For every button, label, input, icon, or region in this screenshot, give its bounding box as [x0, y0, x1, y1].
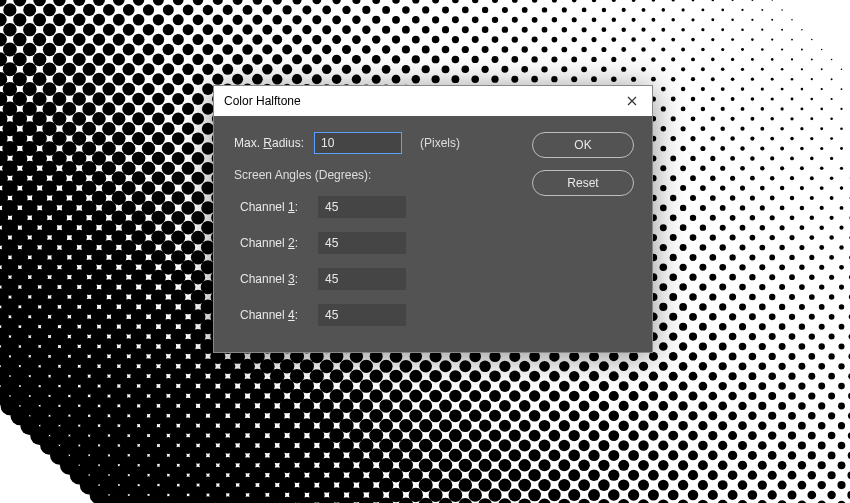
svg-point-2177 — [770, 196, 775, 201]
svg-point-2275 — [671, 18, 675, 22]
dialog-titlebar[interactable]: Color Halftone — [214, 86, 652, 116]
svg-point-894 — [509, 449, 521, 461]
svg-point-1007 — [578, 479, 590, 491]
svg-point-2134 — [661, 106, 666, 111]
channel-3-input[interactable] — [318, 268, 406, 290]
svg-point-2057 — [591, 76, 597, 82]
svg-point-2015 — [551, 56, 557, 62]
svg-point-2162 — [621, 47, 626, 52]
svg-point-748 — [112, 93, 125, 106]
svg-point-952 — [558, 479, 570, 491]
svg-point-1498 — [718, 441, 727, 450]
svg-point-1167 — [588, 430, 599, 441]
svg-point-2117 — [829, 294, 834, 299]
channel-4-input[interactable] — [318, 304, 406, 326]
svg-point-1164 — [559, 400, 570, 411]
svg-point-1228 — [668, 490, 679, 501]
svg-point-1131 — [232, 74, 243, 85]
svg-point-2088 — [542, 7, 547, 12]
svg-point-1734 — [442, 65, 450, 73]
reset-button[interactable]: Reset — [532, 170, 634, 196]
svg-point-1440 — [668, 411, 678, 421]
svg-point-805 — [152, 112, 165, 125]
svg-point-1661 — [758, 421, 766, 429]
svg-point-1181 — [203, 24, 214, 35]
svg-point-1667 — [817, 481, 825, 489]
svg-point-1882 — [482, 46, 489, 53]
svg-point-1460 — [342, 65, 351, 74]
svg-point-2143 — [750, 195, 755, 200]
svg-point-797 — [73, 33, 86, 46]
svg-point-2363 — [791, 58, 793, 60]
svg-point-961 — [123, 24, 135, 36]
svg-point-784 — [469, 449, 482, 462]
svg-point-1105 — [499, 361, 510, 372]
svg-point-2129 — [611, 57, 616, 62]
svg-point-783 — [459, 439, 472, 452]
svg-point-1715 — [768, 412, 776, 420]
svg-point-591 — [112, 151, 126, 165]
svg-point-2212 — [819, 225, 824, 230]
svg-point-1075 — [202, 64, 213, 75]
svg-point-951 — [548, 469, 560, 481]
svg-point-940 — [439, 360, 451, 372]
svg-point-2033 — [730, 235, 736, 241]
svg-point-2367 — [830, 98, 832, 100]
svg-point-777 — [399, 380, 412, 393]
svg-point-953 — [568, 489, 580, 501]
svg-point-2258 — [741, 107, 745, 111]
close-button[interactable] — [612, 86, 652, 116]
svg-point-2175 — [750, 176, 755, 181]
svg-point-2238 — [800, 186, 804, 190]
svg-point-580 — [3, 43, 17, 57]
svg-point-913 — [172, 93, 184, 105]
svg-point-741 — [43, 23, 56, 36]
svg-point-631 — [3, 23, 17, 37]
svg-point-1281 — [668, 470, 678, 480]
svg-point-733 — [488, 488, 501, 501]
svg-point-1388 — [678, 441, 688, 451]
svg-point-1445 — [718, 461, 728, 471]
channel-2-input[interactable] — [318, 232, 406, 254]
svg-point-684 — [3, 3, 16, 16]
svg-point-649 — [181, 201, 195, 215]
svg-point-688 — [43, 43, 56, 56]
svg-point-1116 — [608, 470, 619, 481]
svg-point-641 — [102, 122, 116, 136]
svg-point-1074 — [192, 54, 203, 65]
max-radius-input[interactable] — [314, 132, 402, 154]
svg-point-2309 — [790, 117, 793, 120]
channel-1-input[interactable] — [318, 196, 406, 218]
svg-point-1489 — [629, 352, 638, 361]
svg-point-1871 — [828, 412, 835, 419]
svg-point-1387 — [668, 431, 678, 441]
svg-point-2130 — [621, 67, 626, 72]
svg-point-1290 — [233, 15, 243, 25]
svg-point-2036 — [759, 264, 765, 270]
svg-point-1436 — [629, 371, 639, 381]
svg-point-2030 — [700, 205, 706, 211]
svg-point-644 — [132, 152, 146, 166]
svg-point-1728 — [382, 6, 390, 14]
svg-point-1821 — [808, 412, 816, 420]
svg-point-893 — [499, 439, 511, 451]
svg-point-2253 — [691, 57, 695, 61]
svg-point-1459 — [332, 55, 341, 64]
svg-point-908 — [123, 43, 135, 55]
svg-point-1558 — [787, 490, 796, 499]
svg-point-1237 — [232, 34, 242, 44]
svg-point-1348 — [282, 45, 292, 55]
svg-point-1239 — [252, 54, 262, 64]
svg-point-594 — [142, 181, 156, 195]
svg-point-1915 — [808, 373, 815, 380]
svg-point-1858 — [699, 283, 706, 290]
channel-3-label: Channel 3: — [234, 272, 310, 286]
svg-point-1546 — [669, 372, 678, 381]
svg-point-1657 — [718, 382, 726, 390]
svg-point-1971 — [512, 36, 518, 42]
svg-point-1544 — [649, 352, 658, 361]
svg-point-857 — [142, 83, 154, 95]
svg-point-1944 — [660, 205, 667, 212]
svg-point-1810 — [699, 303, 707, 311]
ok-button[interactable]: OK — [532, 132, 634, 158]
